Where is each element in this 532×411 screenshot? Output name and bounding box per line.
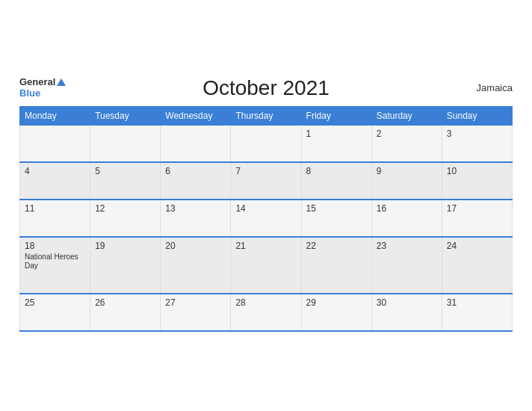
day-number: 13 — [165, 203, 226, 214]
calendar-cell: 25 — [20, 294, 90, 331]
day-number: 15 — [306, 203, 367, 214]
calendar-cell: 1 — [301, 125, 371, 162]
calendar-cell — [90, 125, 161, 162]
calendar-week-row: 18National Heroes Day192021222324 — [20, 237, 513, 294]
day-number: 10 — [447, 166, 507, 176]
calendar-cell: 22 — [301, 237, 371, 294]
day-number: 19 — [95, 241, 155, 251]
header-monday: Monday — [20, 106, 90, 125]
day-number: 11 — [25, 203, 85, 214]
day-number: 9 — [377, 166, 437, 176]
calendar-cell — [161, 125, 231, 162]
header-tuesday: Tuesday — [90, 106, 161, 125]
calendar-cell: 23 — [371, 237, 442, 294]
day-number: 21 — [235, 241, 296, 251]
day-number: 28 — [235, 297, 296, 308]
day-number: 29 — [306, 297, 367, 308]
calendar-cell: 7 — [231, 162, 301, 200]
calendar-container: General Blue October 2021 Jamaica Monday… — [8, 69, 524, 343]
calendar-cell: 15 — [301, 200, 371, 237]
header-friday: Friday — [301, 106, 371, 125]
day-number: 8 — [306, 166, 367, 176]
calendar-cell: 21 — [231, 237, 301, 294]
calendar-cell: 2 — [371, 125, 442, 162]
calendar-cell: 30 — [371, 294, 442, 331]
calendar-cell: 31 — [442, 294, 512, 331]
calendar-cell: 28 — [231, 294, 301, 331]
calendar-cell — [20, 125, 90, 162]
day-number: 18 — [25, 241, 85, 251]
day-number: 6 — [165, 166, 226, 176]
calendar-cell: 14 — [231, 200, 301, 237]
calendar-cell: 24 — [442, 237, 512, 294]
day-number: 25 — [25, 297, 85, 308]
day-number: 30 — [377, 297, 437, 308]
calendar-cell: 29 — [301, 294, 371, 331]
calendar-cell: 12 — [90, 200, 161, 237]
day-number: 16 — [377, 203, 437, 214]
logo-triangle-icon — [57, 78, 66, 86]
logo-blue-text: Blue — [19, 88, 40, 99]
calendar-cell: 6 — [161, 162, 231, 200]
day-number: 26 — [95, 297, 155, 308]
calendar-cell: 3 — [442, 125, 512, 162]
day-number: 31 — [447, 297, 507, 308]
calendar-week-row: 25262728293031 — [20, 294, 513, 331]
day-number: 20 — [165, 241, 226, 251]
country-label: Jamaica — [477, 82, 513, 93]
calendar-cell: 16 — [371, 200, 442, 237]
logo: General Blue — [19, 77, 66, 99]
day-number: 7 — [235, 166, 296, 176]
calendar-cell: 18National Heroes Day — [20, 237, 90, 294]
calendar-cell: 11 — [20, 200, 90, 237]
header-thursday: Thursday — [231, 106, 301, 125]
day-number: 3 — [447, 129, 507, 139]
header-saturday: Saturday — [371, 106, 442, 125]
calendar-cell: 19 — [90, 237, 161, 294]
calendar-cell: 20 — [161, 237, 231, 294]
calendar-week-row: 123 — [20, 125, 513, 162]
day-number: 4 — [25, 166, 85, 176]
calendar-cell: 27 — [161, 294, 231, 331]
day-number: 1 — [306, 129, 367, 139]
calendar-cell: 10 — [442, 162, 512, 200]
day-number: 12 — [95, 203, 155, 214]
logo-general-text: General — [19, 77, 55, 87]
calendar-cell: 17 — [442, 200, 512, 237]
header-sunday: Sunday — [442, 106, 512, 125]
day-number: 22 — [306, 241, 367, 251]
event-label: National Heroes Day — [25, 253, 85, 271]
calendar-cell: 13 — [161, 200, 231, 237]
calendar-title: October 2021 — [202, 76, 330, 100]
calendar-cell: 4 — [20, 162, 90, 200]
weekday-header-row: Monday Tuesday Wednesday Thursday Friday… — [20, 106, 513, 125]
day-number: 14 — [235, 203, 296, 214]
day-number: 17 — [447, 203, 507, 214]
calendar-week-row: 45678910 — [20, 162, 513, 200]
calendar-cell — [231, 125, 301, 162]
calendar-cell: 5 — [90, 162, 161, 200]
calendar-week-row: 11121314151617 — [20, 200, 513, 237]
header-wednesday: Wednesday — [161, 106, 231, 125]
day-number: 24 — [447, 241, 507, 251]
calendar-header: General Blue October 2021 Jamaica — [19, 76, 513, 100]
day-number: 2 — [377, 129, 437, 139]
calendar-cell: 26 — [90, 294, 161, 331]
day-number: 5 — [95, 166, 155, 176]
calendar-table: Monday Tuesday Wednesday Thursday Friday… — [19, 106, 513, 332]
calendar-cell: 9 — [371, 162, 442, 200]
day-number: 23 — [377, 241, 437, 251]
calendar-cell: 8 — [301, 162, 371, 200]
day-number: 27 — [165, 297, 226, 308]
